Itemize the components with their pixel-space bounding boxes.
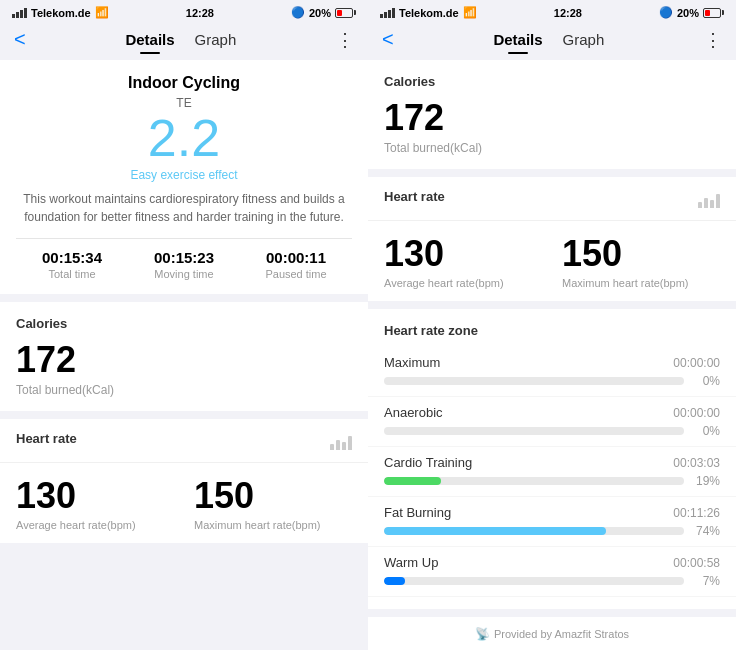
back-button-right[interactable]: < bbox=[382, 28, 394, 51]
hr-zone-row: Maximum 00:00:00 0% bbox=[368, 347, 736, 397]
zone-rows-container: Maximum 00:00:00 0% Anaerobic 00:00:00 0… bbox=[368, 347, 736, 597]
more-button-left[interactable]: ⋮ bbox=[336, 29, 354, 51]
zone-time: 00:00:00 bbox=[673, 406, 720, 420]
zone-pct: 7% bbox=[692, 574, 720, 588]
hr-zone-section: Heart rate zone Maximum 00:00:00 0% Anae… bbox=[368, 309, 736, 609]
zone-name: Fat Burning bbox=[384, 505, 451, 520]
zone-time: 00:00:00 bbox=[673, 356, 720, 370]
carrier-left: Telekom.de bbox=[31, 7, 91, 19]
hr-stats-left: 130 Average heart rate(bpm) 150 Maximum … bbox=[0, 463, 368, 543]
total-time: 00:15:34 Total time bbox=[16, 249, 128, 280]
hr-zone-title: Heart rate zone bbox=[368, 321, 736, 347]
time-left: 12:28 bbox=[186, 7, 214, 19]
more-button-right[interactable]: ⋮ bbox=[704, 29, 722, 51]
zone-bar-bg bbox=[384, 377, 684, 385]
workout-title: Indoor Cycling bbox=[16, 74, 352, 92]
zone-bar-bg bbox=[384, 427, 684, 435]
battery-icon-right bbox=[703, 8, 724, 18]
hr-zone-row: Cardio Training 00:03:03 19% bbox=[368, 447, 736, 497]
right-panel: Telekom.de 📶 12:28 🔵 20% < Details Graph… bbox=[368, 0, 736, 650]
time-stats: 00:15:34 Total time 00:15:23 Moving time… bbox=[16, 238, 352, 280]
calories-title-right: Calories bbox=[384, 74, 720, 89]
battery-icon-left bbox=[335, 8, 356, 18]
nav-bar-right: < Details Graph ⋮ bbox=[368, 23, 736, 60]
exercise-desc: This workout maintains cardiorespiratory… bbox=[16, 190, 352, 226]
wifi-icon-right: 📶 bbox=[463, 6, 477, 19]
zone-bar-fill bbox=[384, 527, 606, 535]
zone-bar-fill bbox=[384, 577, 405, 585]
hr-stats-right: 130 Average heart rate(bpm) 150 Maximum … bbox=[368, 221, 736, 301]
bluetooth-icon-right: 🔵 bbox=[659, 6, 673, 19]
zone-time: 00:03:03 bbox=[673, 456, 720, 470]
calories-title-left: Calories bbox=[16, 316, 352, 331]
tab-details-right[interactable]: Details bbox=[483, 27, 552, 52]
workout-header: Indoor Cycling TE 2.2 Easy exercise effe… bbox=[0, 60, 368, 294]
zone-pct: 19% bbox=[692, 474, 720, 488]
calories-section-left: Calories 172 Total burned(kCal) bbox=[0, 302, 368, 411]
te-label: TE bbox=[16, 96, 352, 110]
wifi-icon: 📶 bbox=[95, 6, 109, 19]
moving-time: 00:15:23 Moving time bbox=[128, 249, 240, 280]
tab-graph-left[interactable]: Graph bbox=[185, 27, 247, 52]
time-right: 12:28 bbox=[554, 7, 582, 19]
hr-section-left: Heart rate 130 Average heart rate(bpm) 1… bbox=[0, 419, 368, 543]
hr-section-right: Heart rate 130 Average heart rate(bpm) 1… bbox=[368, 177, 736, 301]
zone-name: Anaerobic bbox=[384, 405, 443, 420]
status-bar-right: Telekom.de 📶 12:28 🔵 20% bbox=[368, 0, 736, 23]
max-hr-left: 150 Maximum heart rate(bpm) bbox=[194, 475, 352, 531]
tab-graph-right[interactable]: Graph bbox=[553, 27, 615, 52]
signal-icon bbox=[12, 8, 27, 18]
te-value: 2.2 bbox=[16, 112, 352, 164]
zone-bar-fill bbox=[384, 477, 441, 485]
hr-zone-row: Warm Up 00:00:58 7% bbox=[368, 547, 736, 597]
zone-pct: 0% bbox=[692, 424, 720, 438]
hr-title-right: Heart rate bbox=[384, 189, 445, 204]
nav-tabs-left: Details Graph bbox=[115, 27, 246, 52]
zone-name: Warm Up bbox=[384, 555, 438, 570]
nav-tabs-right: Details Graph bbox=[483, 27, 614, 52]
bar-chart-icon-left[interactable] bbox=[330, 436, 352, 450]
max-hr-right: 150 Maximum heart rate(bpm) bbox=[562, 233, 720, 289]
nav-bar-left: < Details Graph ⋮ bbox=[0, 23, 368, 60]
zone-bar-bg bbox=[384, 527, 684, 535]
calories-value-left: 172 bbox=[16, 339, 352, 381]
avg-hr-right: 130 Average heart rate(bpm) bbox=[384, 233, 542, 289]
zone-name: Maximum bbox=[384, 355, 440, 370]
battery-left: 20% bbox=[309, 7, 331, 19]
calories-section-right: Calories 172 Total burned(kCal) bbox=[368, 60, 736, 169]
calories-unit-left: Total burned(kCal) bbox=[16, 383, 352, 397]
calories-value-right: 172 bbox=[384, 97, 720, 139]
exercise-effect: Easy exercise effect bbox=[16, 168, 352, 182]
paused-time: 00:00:11 Paused time bbox=[240, 249, 352, 280]
provided-by: 📡 Provided by Amazfit Stratos bbox=[368, 617, 736, 650]
zone-pct: 0% bbox=[692, 374, 720, 388]
zone-bar-bg bbox=[384, 477, 684, 485]
signal-icon-right bbox=[380, 8, 395, 18]
bar-chart-icon-right[interactable] bbox=[698, 194, 720, 208]
avg-hr-left: 130 Average heart rate(bpm) bbox=[16, 475, 174, 531]
left-panel: Telekom.de 📶 12:28 🔵 20% < Details Graph… bbox=[0, 0, 368, 650]
zone-bar-bg bbox=[384, 577, 684, 585]
bluetooth-icon: 🔵 bbox=[291, 6, 305, 19]
back-button-left[interactable]: < bbox=[14, 28, 26, 51]
hr-zone-row: Fat Burning 00:11:26 74% bbox=[368, 497, 736, 547]
zone-pct: 74% bbox=[692, 524, 720, 538]
hr-zone-row: Anaerobic 00:00:00 0% bbox=[368, 397, 736, 447]
zone-time: 00:00:58 bbox=[673, 556, 720, 570]
zone-name: Cardio Training bbox=[384, 455, 472, 470]
calories-unit-right: Total burned(kCal) bbox=[384, 141, 720, 155]
battery-right: 20% bbox=[677, 7, 699, 19]
hr-title-left: Heart rate bbox=[16, 431, 77, 446]
wifi-small-icon: 📡 bbox=[475, 627, 490, 641]
hr-header-right: Heart rate bbox=[368, 177, 736, 221]
tab-details-left[interactable]: Details bbox=[115, 27, 184, 52]
zone-time: 00:11:26 bbox=[673, 506, 720, 520]
hr-header-left: Heart rate bbox=[0, 419, 368, 463]
carrier-right: Telekom.de bbox=[399, 7, 459, 19]
status-bar-left: Telekom.de 📶 12:28 🔵 20% bbox=[0, 0, 368, 23]
